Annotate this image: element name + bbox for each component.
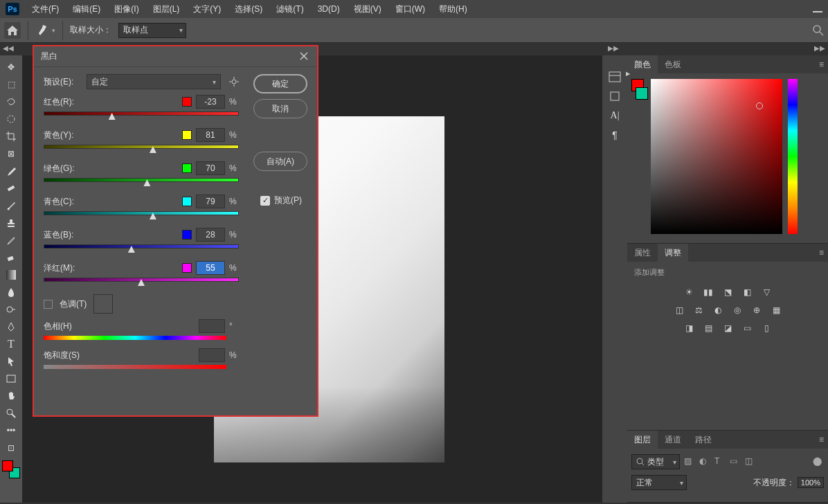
tab-paths[interactable]: 路径 [688, 431, 719, 449]
more-tools[interactable]: ••• [1, 422, 21, 439]
dialog-titlebar[interactable]: 黑白 [34, 46, 317, 67]
tab-adjustments[interactable]: 调整 [658, 244, 688, 262]
cancel-button[interactable]: 取消 [253, 99, 307, 118]
gear-icon[interactable] [229, 77, 239, 87]
tool-preset[interactable]: ▾ [35, 24, 55, 37]
slider-input[interactable]: -23 [196, 95, 225, 109]
menu-3d[interactable]: 3D(D) [312, 2, 345, 16]
type-tool[interactable]: T [1, 335, 21, 352]
tab-color[interactable]: 颜色 [627, 55, 658, 73]
brightness-icon[interactable]: ☀ [683, 286, 695, 298]
zoom-tool[interactable] [1, 404, 21, 422]
hue-input[interactable] [199, 319, 225, 333]
stamp-tool[interactable] [1, 214, 21, 231]
selective-icon[interactable]: ▯ [760, 322, 773, 334]
pen-tool[interactable] [1, 318, 21, 335]
menu-edit[interactable]: 编辑(E) [67, 1, 106, 17]
filter-type-icon[interactable]: T [714, 456, 726, 467]
dock-libraries-icon[interactable] [605, 68, 624, 86]
gradient-tool[interactable] [1, 266, 21, 283]
filter-image-icon[interactable]: ▨ [684, 456, 695, 467]
collapse-left-icon[interactable]: ◀◀ [3, 44, 14, 52]
hue-track[interactable] [44, 336, 226, 340]
foreground-swatch[interactable] [2, 460, 13, 471]
path-select-tool[interactable] [1, 352, 21, 370]
menu-window[interactable]: 窗口(W) [390, 1, 431, 17]
bw-icon[interactable]: ◐ [712, 304, 724, 316]
close-icon[interactable] [299, 51, 310, 62]
tab-swatches[interactable]: 色板 [658, 55, 688, 73]
balance-icon[interactable]: ⚖ [692, 304, 705, 316]
history-brush-tool[interactable] [1, 231, 21, 249]
slider-track[interactable] [44, 178, 239, 185]
threshold-icon[interactable]: ◪ [721, 322, 734, 334]
menu-filter[interactable]: 滤镜(T) [271, 1, 309, 17]
hue-slider[interactable] [788, 79, 798, 234]
posterize-icon[interactable]: ▤ [702, 322, 714, 334]
vibrance-icon[interactable]: ▽ [760, 286, 773, 298]
hand-tool[interactable] [1, 387, 21, 404]
blur-tool[interactable] [1, 283, 21, 300]
color-field[interactable] [651, 79, 782, 234]
menu-select[interactable]: 选择(S) [229, 1, 268, 17]
marquee-tool[interactable]: ⬚ [1, 75, 21, 93]
dock-history-icon[interactable] [605, 87, 624, 105]
slider-track[interactable] [44, 278, 239, 285]
menu-image[interactable]: 图像(I) [109, 1, 144, 17]
crop-tool[interactable] [1, 127, 21, 145]
minimize-icon[interactable] [813, 11, 822, 12]
sat-track[interactable] [44, 365, 226, 369]
tint-checkbox[interactable] [44, 300, 53, 309]
dock-character-icon[interactable]: A| [605, 107, 624, 125]
rectangle-tool[interactable] [1, 370, 21, 387]
mixer-icon[interactable]: ⊕ [750, 304, 763, 316]
filter-smart-icon[interactable]: ◫ [745, 456, 756, 467]
lookup-icon[interactable]: ▦ [770, 304, 782, 316]
filter-toggle[interactable]: ⬤ [813, 456, 824, 467]
sample-size-select[interactable]: 取样点 [118, 23, 186, 38]
photo-filter-icon[interactable]: ◎ [731, 304, 744, 316]
layer-filter-kind[interactable]: 类型 [631, 454, 680, 469]
menu-help[interactable]: 帮助(H) [433, 1, 473, 17]
ok-button[interactable]: 确定 [253, 74, 307, 93]
healing-tool[interactable] [1, 179, 21, 197]
exposure-icon[interactable]: ◧ [741, 286, 753, 298]
collapse-right-icon[interactable]: ▶▶ [814, 44, 825, 52]
slider-track[interactable] [44, 145, 239, 152]
search-icon[interactable] [813, 25, 824, 36]
panel-menu-icon[interactable]: ≡ [819, 60, 824, 69]
frame-tool[interactable]: ⊠ [1, 145, 21, 162]
slider-track[interactable] [44, 244, 239, 251]
preview-checkbox[interactable]: ✓ [260, 196, 270, 206]
brush-tool[interactable] [1, 197, 21, 214]
levels-icon[interactable]: ▮▮ [702, 286, 714, 298]
dock-paragraph-icon[interactable]: ¶ [605, 126, 624, 144]
move-tool[interactable]: ✥ [1, 58, 21, 75]
hsat-icon[interactable]: ◫ [673, 304, 685, 316]
filter-shape-icon[interactable]: ▭ [730, 456, 741, 467]
blend-mode-select[interactable]: 正常 [631, 475, 687, 490]
slider-input[interactable]: 79 [196, 195, 225, 208]
edit-toolbar[interactable]: ⊡ [1, 439, 21, 456]
quick-select-tool[interactable] [1, 110, 21, 127]
collapse-mid-icon[interactable]: ▶▶ [608, 44, 619, 52]
preset-select[interactable]: 自定 [87, 74, 221, 89]
panel-menu-icon[interactable]: ≡ [819, 248, 824, 258]
dodge-tool[interactable] [1, 300, 21, 318]
menu-file[interactable]: 文件(F) [26, 1, 64, 17]
tab-properties[interactable]: 属性 [627, 244, 658, 262]
tab-layers[interactable]: 图层 [627, 431, 658, 449]
opacity-value[interactable]: 100% [798, 477, 824, 488]
filter-adjust-icon[interactable]: ◐ [699, 456, 710, 467]
sat-input[interactable] [199, 348, 225, 362]
slider-track[interactable] [44, 211, 239, 218]
tab-channels[interactable]: 通道 [658, 431, 688, 449]
slider-input[interactable]: 55 [196, 261, 225, 275]
lasso-tool[interactable] [1, 93, 21, 110]
menu-layer[interactable]: 图层(L) [147, 1, 186, 17]
color-swatches[interactable] [2, 460, 20, 478]
tint-swatch[interactable] [93, 294, 113, 314]
home-button[interactable] [4, 22, 21, 39]
slider-input[interactable]: 70 [196, 161, 225, 175]
menu-view[interactable]: 视图(V) [348, 1, 387, 17]
